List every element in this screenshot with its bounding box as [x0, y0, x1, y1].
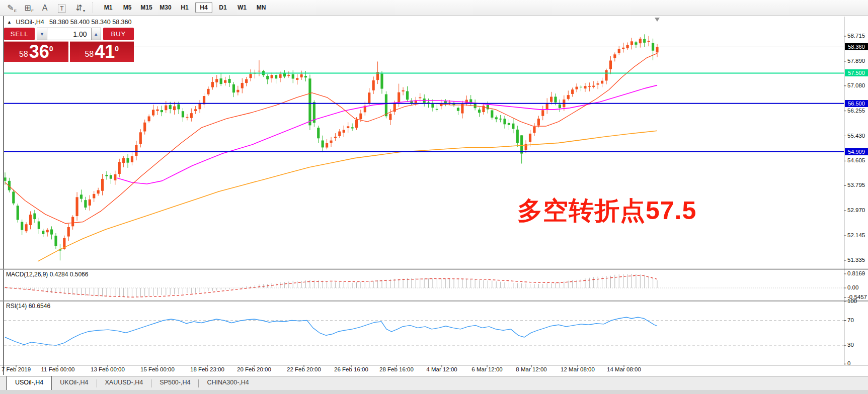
price-axis-label: 54.605 — [847, 157, 865, 163]
date-axis-label: 18 Feb 23:00 — [190, 366, 224, 372]
sell-price-big: 36 — [29, 43, 49, 61]
date-axis-label: 14 Mar 08:00 — [607, 366, 641, 372]
macd-axis-label: 0.8169 — [847, 270, 865, 276]
price-axis-label: 57.890 — [847, 58, 865, 64]
rsi-label: RSI(14) 60.6546 — [6, 303, 50, 310]
price-axis-label: 57.080 — [847, 82, 865, 88]
buy-price-sup: 0 — [115, 45, 119, 53]
price-axis-label: 55.430 — [847, 133, 865, 139]
tabbar-gutter[interactable] — [0, 376, 7, 390]
date-axis-label: 20 Feb 20:00 — [237, 366, 271, 372]
symbol-tab-china300h4[interactable]: CHINA300-,H4 — [199, 376, 257, 390]
price-axis-label: 56.255 — [847, 108, 865, 114]
mt4-app: ✎E⊞FAT⇵▾ M1M5M15M30H1H4D1W1MN ▲ USOil-,H… — [0, 0, 868, 394]
price-axis-label: 53.795 — [847, 182, 865, 188]
price-badge-58.360: 58.360 — [845, 43, 868, 50]
rsi-plot — [4, 317, 844, 345]
date-axis-label: 8 Mar 12:00 — [516, 366, 546, 372]
date-axis-label: 7 Feb 2019 — [2, 366, 31, 372]
price-badge-54.909: 54.909 — [845, 148, 868, 155]
rsi-axis-label: 100 — [847, 298, 857, 304]
volume-decrease-button[interactable]: ▼ — [37, 28, 47, 40]
date-axis-label: 15 Feb 00:00 — [140, 366, 175, 372]
date-axis-label: 22 Feb 20:00 — [287, 366, 321, 372]
price-axis-label: 52.970 — [847, 207, 865, 213]
macd-values: 0.4284 0.5066 — [50, 271, 89, 278]
chart-annotation-text: 多空转折点57.5 — [517, 194, 696, 228]
symbol-tab-ukoilh4[interactable]: UKOil-,H4 — [52, 376, 96, 390]
symbol-tab-xauusdh4[interactable]: XAUUSD-,H4 — [97, 376, 151, 390]
bottom-strip — [0, 390, 868, 394]
rsi-value: 60.6546 — [29, 303, 50, 310]
price-badge-56.500: 56.500 — [845, 100, 868, 107]
volume-input[interactable] — [47, 28, 91, 40]
volume-increase-button[interactable]: ▲ — [91, 28, 101, 40]
sell-button[interactable]: SELL — [4, 28, 35, 40]
rsi-line — [5, 317, 657, 345]
collapse-triangle-icon[interactable]: ▲ — [7, 20, 12, 25]
rsi-axis-label: 0 — [847, 360, 850, 366]
rsi-axis-label: 30 — [847, 342, 854, 348]
buy-price-panel[interactable]: 58 41 0 — [70, 41, 134, 62]
date-axis-label: 6 Mar 12:00 — [471, 366, 502, 372]
price-axis-label: 51.335 — [847, 257, 865, 263]
buy-button[interactable]: BUY — [103, 28, 134, 40]
date-axis-label: 12 Mar 08:00 — [561, 366, 595, 372]
date-axis-label: 26 Feb 16:00 — [334, 366, 368, 372]
macd-label: MACD(12,26,9) 0.4284 0.5066 — [6, 271, 88, 278]
sell-price-sup: 0 — [49, 45, 53, 53]
date-axis-label: 28 Feb 16:00 — [379, 366, 414, 372]
chart-header: ▲ USOil-,H4 58.380 58.400 58.340 58.360 — [7, 19, 131, 26]
chart-shift-marker-icon — [655, 18, 660, 22]
date-axis-label: 11 Feb 00:00 — [41, 366, 75, 372]
ohlc-values: 58.380 58.400 58.340 58.360 — [49, 19, 131, 26]
date-axis-label: 13 Feb 00:00 — [91, 366, 125, 372]
symbol-tab-sp500h4[interactable]: SP500-,H4 — [151, 376, 198, 390]
sell-price-panel[interactable]: 58 36 0 — [4, 41, 68, 62]
buy-price-prefix: 58 — [85, 50, 94, 59]
symbol-tabbar: USOil-,H4UKOil-,H4XAUUSD-,H4SP500-,H4CHI… — [0, 376, 868, 390]
main-plot[interactable] — [4, 34, 844, 261]
sell-price-prefix: 58 — [19, 50, 28, 59]
symbol-tab-usoilh4[interactable]: USOil-,H4 — [7, 376, 52, 390]
buy-price-big: 41 — [95, 43, 115, 61]
symbol-name: USOil-,H4 — [16, 19, 44, 26]
macd-plot — [4, 274, 844, 298]
price-axis-label: 58.715 — [847, 33, 865, 39]
one-click-trade-panel: SELL ▼ ▲ BUY 58 36 0 58 41 0 — [4, 28, 134, 62]
price-axis-label: 52.145 — [847, 232, 865, 238]
date-axis-label: 4 Mar 12:00 — [426, 366, 457, 372]
macd-axis-label: 0.00 — [847, 284, 858, 290]
rsi-axis-label: 70 — [847, 317, 854, 323]
price-badge-57.500: 57.500 — [845, 69, 868, 76]
